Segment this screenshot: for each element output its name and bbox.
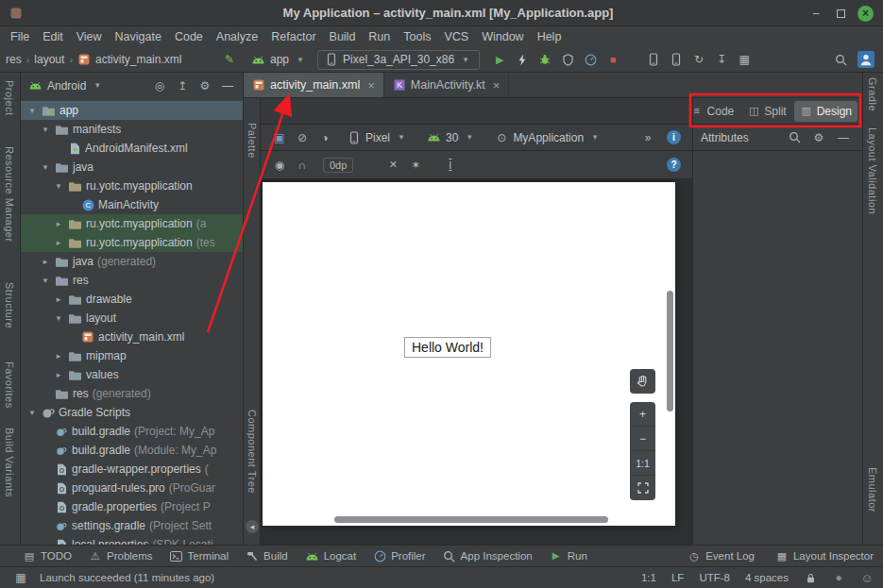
tree-item-activity-main-xml[interactable]: activity_main.xml (21, 328, 243, 346)
readonly-lock-button[interactable] (804, 570, 817, 585)
chevron-right-icon[interactable]: ▸ (53, 370, 64, 379)
tree-item-ru-yotc-myapplication[interactable]: ▸ru.yotc.myapplication(a (21, 214, 243, 233)
avd-manager-button[interactable] (665, 49, 688, 70)
chevron-down-icon[interactable]: ▾ (53, 313, 64, 323)
pan-button[interactable] (630, 369, 655, 394)
chevron-down-icon[interactable]: ▾ (26, 408, 38, 417)
tab-MainActivity.kt[interactable]: KMainActivity.kt× (384, 73, 510, 97)
tree-item-values[interactable]: ▸values (21, 365, 243, 384)
toolwindow-terminal[interactable]: Terminal (170, 548, 229, 563)
search-everywhere-button[interactable] (829, 49, 852, 70)
menu-run[interactable]: Run (362, 28, 397, 45)
chevron-right-icon[interactable]: ▸ (53, 294, 64, 304)
run-button[interactable]: ▶ (488, 49, 511, 70)
tree-item-res[interactable]: ▾res (21, 271, 243, 290)
attributes-hide-button[interactable]: — (832, 127, 855, 148)
toolwindow-run[interactable]: ▶Run (550, 548, 587, 563)
edit-run-config-button[interactable]: ✎ (218, 49, 241, 70)
view-mode-design[interactable]: ▥Design (794, 101, 858, 122)
zoom-out-button[interactable]: − (630, 427, 655, 451)
toolwindow-quick-access-button[interactable]: ▦ (9, 567, 32, 588)
toolwindow-tab-project[interactable]: Project (4, 80, 15, 116)
apply-changes-button[interactable] (511, 49, 534, 70)
chevron-down-icon[interactable]: ▾ (40, 162, 51, 172)
sdk-manager-button[interactable]: ↧ (710, 49, 733, 70)
breadcrumb-item[interactable]: res (6, 53, 22, 66)
tree-item-build-gradle[interactable]: build.gradle(Module: My_Ap (21, 441, 243, 460)
caret-position-widget[interactable]: 1:1 (641, 572, 656, 583)
tree-item-build-gradle[interactable]: build.gradle(Project: My_Ap (21, 422, 243, 441)
chevron-right-icon[interactable]: ▸ (53, 219, 64, 228)
tree-item-java[interactable]: ▸java(generated) (21, 252, 243, 271)
menu-refactor[interactable]: Refactor (264, 28, 322, 45)
zoom-in-button[interactable]: + (630, 402, 655, 427)
close-button[interactable]: × (858, 6, 874, 22)
close-icon[interactable]: × (493, 78, 501, 92)
toolwindow-tab-emulator[interactable]: Emulator (867, 467, 878, 512)
stop-button[interactable]: ■ (602, 49, 624, 70)
layout-inspector-button[interactable]: ▦ (733, 49, 756, 70)
orientation-button[interactable]: ⊘ (291, 127, 314, 148)
toolwindow-layout-inspector[interactable]: ▦Layout Inspector (775, 548, 874, 563)
tree-item-gradle-scripts[interactable]: ▾Gradle Scripts (21, 403, 243, 422)
issues-indicator[interactable]: i (667, 130, 681, 144)
view-mode-code[interactable]: ≡Code (685, 101, 740, 122)
tab-activity_main.xml[interactable]: activity_main.xml× (244, 73, 384, 97)
chevron-down-icon[interactable]: ▾ (40, 276, 51, 285)
tree-item-gradle-wrapper-properties[interactable]: gradle-wrapper.properties( (21, 460, 243, 479)
coverage-button[interactable] (556, 49, 579, 70)
encoding-widget[interactable]: UTF-8 (699, 572, 730, 583)
tree-item-app[interactable]: ▾app (21, 101, 243, 120)
profile-avatar-button[interactable] (855, 49, 877, 70)
tree-item-drawable[interactable]: ▸drawable (21, 290, 243, 309)
menu-tools[interactable]: Tools (397, 28, 437, 45)
device-canvas[interactable]: Hello World! (263, 182, 675, 526)
zoom-to-fit-button[interactable] (630, 476, 655, 500)
chevron-right-icon[interactable]: ▸ (53, 238, 64, 247)
menu-help[interactable]: Help (531, 28, 569, 45)
device-picker[interactable]: Pixel ▾ (340, 127, 416, 147)
menu-code[interactable]: Code (168, 28, 210, 45)
chevron-right-icon[interactable]: ▸ (40, 257, 51, 266)
collapse-panel-button[interactable]: ◂ (246, 520, 259, 533)
attributes-settings-button[interactable]: ⚙ (807, 127, 830, 148)
menu-navigate[interactable]: Navigate (109, 28, 168, 45)
device-manager-button[interactable] (642, 49, 665, 70)
tree-item-settings-gradle[interactable]: settings.gradle(Project Sett (21, 516, 243, 535)
hide-button[interactable]: — (216, 76, 239, 96)
project-view-selector[interactable]: Android ▾ (25, 76, 108, 95)
tree-item-local-properties[interactable]: local.properties(SDK Locati (21, 535, 243, 545)
vertical-scrollbar[interactable] (667, 291, 673, 412)
toolwindow-problems[interactable]: ⚠Problems (89, 548, 153, 563)
toolwindow-event-log[interactable]: ◷Event Log (688, 548, 755, 563)
menu-analyze[interactable]: Analyze (210, 28, 264, 45)
toolwindow-logcat[interactable]: Logcat (305, 548, 357, 563)
tree-item-ru-yotc-myapplication[interactable]: ▾ru.yotc.myapplication (21, 176, 243, 195)
menu-edit[interactable]: Edit (36, 28, 70, 45)
api-version-picker[interactable]: 30 ▾ (419, 127, 484, 147)
tree-item-manifests[interactable]: ▾manifests (21, 120, 243, 139)
zoom-reset-button[interactable]: 1:1 (630, 451, 655, 476)
gradle-sync-button[interactable]: ↻ (688, 49, 710, 70)
tree-item-androidmanifest-xml[interactable]: AndroidManifest.xml (21, 139, 243, 158)
breadcrumb-item[interactable]: activity_main.xml (95, 53, 181, 66)
clear-constraints-button[interactable]: ✕ (382, 155, 404, 176)
horizontal-scrollbar[interactable] (334, 516, 608, 523)
infer-constraints-button[interactable]: ✶ (404, 155, 427, 176)
tree-item-mainactivity[interactable]: CMainActivity (21, 195, 243, 214)
tree-item-proguard-rules-pro[interactable]: proguard-rules.pro(ProGuar (21, 479, 243, 497)
target-device-selector[interactable]: Pixel_3a_API_30_x86 ▾ (317, 50, 480, 70)
tree-item-res[interactable]: res(generated) (21, 384, 243, 403)
palette-tab[interactable]: Palette (246, 123, 258, 159)
chevron-down-icon[interactable]: ▾ (40, 125, 51, 134)
tree-item-ru-yotc-myapplication[interactable]: ▸ru.yotc.myapplication(tes (21, 233, 243, 252)
menu-view[interactable]: View (70, 28, 109, 45)
magnet-button[interactable]: ∩ (291, 155, 314, 176)
close-icon[interactable]: × (367, 78, 375, 92)
debug-button[interactable] (534, 49, 556, 70)
night-mode-button[interactable]: ◑ (314, 127, 336, 148)
eye-button[interactable]: ◉ (268, 155, 291, 176)
menu-vcs[interactable]: VCS (437, 28, 475, 45)
tree-item-layout[interactable]: ▾layout (21, 309, 243, 328)
line-separator-widget[interactable]: LF (671, 572, 684, 583)
